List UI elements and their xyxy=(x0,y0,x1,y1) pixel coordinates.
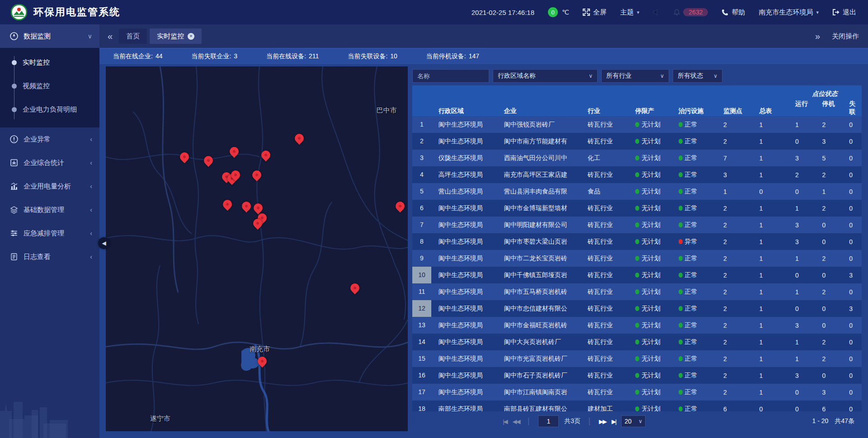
status-dot xyxy=(679,239,683,244)
cell-company: 阆中市南方节能建材有 xyxy=(497,133,580,150)
sidebar-item-data-monitor[interactable]: 数据监测 ∨ xyxy=(0,24,99,48)
cell-index: 3 xyxy=(412,150,431,166)
sidebar-item-power-analysis[interactable]: 企业用电量分析 ‹ xyxy=(0,174,99,198)
cell-meters: 1 xyxy=(752,166,788,183)
cell-halt: 0 xyxy=(815,233,842,250)
table-row[interactable]: 16 阆中生态环境局 阆中市石子页岩机砖厂 砖瓦行业 无计划 xyxy=(412,367,862,384)
alert-icon xyxy=(10,135,18,143)
sidebar-item-basic-data[interactable]: 基础数据管理 ‹ xyxy=(0,198,99,221)
table-row[interactable]: 14 阆中生态环境局 阆中大兴页岩机砖厂 砖瓦行业 无计划 xyxy=(412,334,862,350)
status-dot xyxy=(635,222,639,227)
tabs-scroll-left-icon[interactable]: « xyxy=(104,31,116,42)
col-header-run: 运行 xyxy=(788,99,815,116)
sidebar-item-emergency-reduction[interactable]: 应急减排管理 ‹ xyxy=(0,221,99,245)
table-row[interactable]: 5 营山生态环境局 营山县润丰肉食品有限 食品 无计划 正常 xyxy=(412,183,862,200)
mute-button[interactable] xyxy=(653,9,660,15)
chevron-down-icon: ▾ xyxy=(637,9,640,15)
sidebar-item-enterprise-statistics[interactable]: 企业综合统计 ‹ xyxy=(0,151,99,174)
table-row[interactable]: 8 阆中生态环境局 阆中市枣碧大梁山页岩 砖瓦行业 无计划 xyxy=(412,233,862,250)
tabs-scroll-right-icon[interactable]: » xyxy=(811,31,824,42)
col-header-index xyxy=(412,85,431,116)
cell-industry: 砖瓦行业 xyxy=(580,250,628,267)
status-dot xyxy=(679,289,683,294)
notifications[interactable]: 2632 xyxy=(674,8,708,16)
table-row[interactable]: 6 阆中生态环境局 阆中市金博瑞新型墙材 砖瓦行业 无计划 xyxy=(412,200,862,217)
page-size-select[interactable]: 20 ∨ xyxy=(621,415,646,427)
table-row[interactable]: 2 阆中生态环境局 阆中市南方节能建材有 砖瓦行业 无计划 xyxy=(412,133,862,150)
next-page-icon[interactable]: ▶▶ xyxy=(599,418,606,425)
status-dot xyxy=(679,273,683,278)
status-dot xyxy=(679,356,683,361)
industry-filter-select[interactable]: 所有行业 ∨ xyxy=(601,69,669,83)
cell-halt: 6 xyxy=(815,400,842,411)
sidebar-item-log-view[interactable]: 日志查看 ‹ xyxy=(0,245,99,268)
cell-industry: 砖瓦行业 xyxy=(580,217,628,233)
cell-region: 阆中生态环境局 xyxy=(431,250,497,267)
cell-company: 阆中强锐页岩砖厂 xyxy=(497,116,580,133)
table-row[interactable]: 3 仪陇生态环境局 西南油气田分公司川中 化工 无计划 正常 xyxy=(412,150,862,166)
status-dot xyxy=(679,189,683,194)
stat-label: 当前在线设备: xyxy=(266,52,306,61)
table-row[interactable]: 12 阆中生态环境局 阆中市忠信建材有限公 砖瓦行业 无计划 xyxy=(412,300,862,317)
cell-run: 3 xyxy=(788,150,815,166)
status-dot xyxy=(635,406,639,411)
cell-facility: 正常 xyxy=(671,334,716,350)
page-number-input[interactable]: 1 xyxy=(538,415,559,427)
table-row[interactable]: 7 阆中生态环境局 阆中明阳建材有限公司 砖瓦行业 无计划 xyxy=(412,217,862,233)
prev-page-icon[interactable]: ◀◀ xyxy=(513,418,520,425)
cell-points: 2 xyxy=(716,367,752,384)
cell-offline: 0 xyxy=(842,183,862,200)
status-filter-select[interactable]: 所有状态 ∨ xyxy=(673,69,722,83)
sidebar-collapse-toggle[interactable]: ◀ xyxy=(98,237,110,249)
sidebar-item-power-load-detail[interactable]: 企业电力负荷明细 xyxy=(0,98,99,121)
name-filter-input[interactable] xyxy=(412,69,489,83)
cell-region: 南部生态环境局 xyxy=(431,400,497,411)
table-row[interactable]: 11 阆中生态环境局 阆中市五马桥页岩机砖 砖瓦行业 无计划 xyxy=(412,283,862,300)
tab-realtime-monitor[interactable]: 实时监控 ✕ xyxy=(150,28,202,44)
chevron-down-icon: ▾ xyxy=(816,9,819,15)
last-page-icon[interactable]: ▶| xyxy=(612,418,616,425)
region-filter-select[interactable]: 行政区域名称 ∨ xyxy=(493,69,598,83)
status-dot xyxy=(635,273,639,278)
logout-button[interactable]: 退出 xyxy=(832,8,856,17)
sidebar-item-enterprise-abnormal[interactable]: 企业异常 ‹ xyxy=(0,127,99,151)
tab-strip: « 首页 实时监控 ✕ » 关闭操作 xyxy=(99,24,868,48)
cell-company: 南充市高坪区王家店建 xyxy=(497,166,580,183)
first-page-icon[interactable]: |◀ xyxy=(503,418,507,425)
cell-points: 2 xyxy=(716,133,752,150)
table-row[interactable]: 4 高坪生态环境局 南充市高坪区王家店建 砖瓦行业 无计划 xyxy=(412,166,862,183)
cell-region: 阆中生态环境局 xyxy=(431,384,497,400)
col-header-status-group: 点位状态 xyxy=(788,85,862,99)
table-row[interactable]: 10 阆中生态环境局 阆中千佛镇五郎垭页岩 砖瓦行业 无计划 xyxy=(412,267,862,283)
cell-company: 阆中市石子页岩机砖厂 xyxy=(497,367,580,384)
total-items-label: 共47条 xyxy=(835,417,854,425)
sidebar-item-realtime-monitor[interactable]: 实时监控 xyxy=(0,51,99,74)
gauge-icon xyxy=(10,32,18,40)
stat-label: 当前在线企业: xyxy=(113,52,153,61)
help-button[interactable]: 帮助 xyxy=(722,8,745,17)
cell-company: 阆中市忠信建材有限公 xyxy=(497,300,580,317)
table-row[interactable]: 17 阆中生态环境局 阆中市江南镇阆南页岩 砖瓦行业 无计划 xyxy=(412,384,862,400)
filter-bar: 行政区域名称 ∨ 所有行业 ∨ 所有状态 ∨ xyxy=(412,66,862,85)
stat-item: 当前失联企业: 3 xyxy=(191,52,237,61)
cell-meters: 1 xyxy=(752,350,788,367)
table-row[interactable]: 13 阆中生态环境局 阆中市金福旺页岩机砖 砖瓦行业 无计划 xyxy=(412,317,862,334)
cell-index: 15 xyxy=(412,350,431,367)
table-row[interactable]: 1 阆中生态环境局 阆中强锐页岩砖厂 砖瓦行业 无计划 正常 xyxy=(412,116,862,133)
theme-menu[interactable]: 主题▾ xyxy=(620,8,640,17)
sidebar-item-video-monitor[interactable]: 视频监控 xyxy=(0,74,99,98)
table-row[interactable]: 18 南部生态环境局 南部县砖瓦建材有限公 建材加工 无计划 xyxy=(412,400,862,411)
stat-label: 当前停机设备: xyxy=(426,52,466,61)
table-row[interactable]: 9 阆中生态环境局 阆中市二龙长宝页岩砖 砖瓦行业 无计划 xyxy=(412,250,862,267)
tab-close-icon[interactable]: ✕ xyxy=(188,33,194,40)
fullscreen-button[interactable]: 全屏 xyxy=(583,8,607,17)
close-operations-button[interactable]: 关闭操作 xyxy=(832,32,859,41)
bell-icon xyxy=(674,9,680,16)
cell-facility: 正常 xyxy=(671,217,716,233)
table-row[interactable]: 15 阆中生态环境局 阆中市光富页岩机砖厂 砖瓦行业 无计划 xyxy=(412,350,862,367)
cell-facility: 正常 xyxy=(671,133,716,150)
org-menu[interactable]: 南充市生态环境局▾ xyxy=(759,8,819,17)
cell-industry: 食品 xyxy=(580,183,628,200)
tab-home[interactable]: 首页 xyxy=(119,28,147,44)
map[interactable]: 巴中市 南充市 遂宁市 xyxy=(106,66,408,431)
